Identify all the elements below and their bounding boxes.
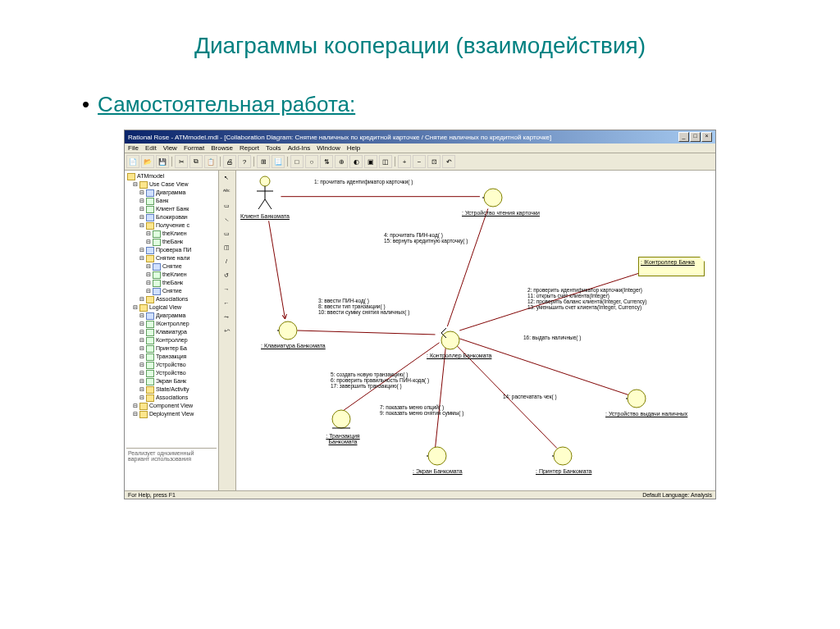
tree-item[interactable]: ⊟ Экран Банк — [126, 377, 217, 385]
tree-item[interactable]: ⊟ Банк — [126, 197, 217, 205]
save-icon[interactable]: 💾 — [156, 155, 169, 168]
tree-item[interactable]: ⊟ Associations — [126, 295, 217, 303]
object-transaction[interactable] — [331, 408, 352, 435]
workspace: ATMmodel⊟ Use Case View⊟ Диаграмма⊟ Банк… — [125, 171, 715, 490]
tree-item[interactable]: ⊟ Устройство — [126, 369, 217, 377]
object-card-reader[interactable] — [482, 187, 504, 210]
tree-item[interactable]: ⊟ IКонтроллер — [126, 320, 217, 328]
menu-edit[interactable]: Edit — [145, 144, 157, 152]
object-tool-icon[interactable]: ▭ — [220, 228, 233, 241]
actor-client[interactable] — [253, 175, 277, 213]
tree-item[interactable]: ⊟ Принтер Ба — [126, 344, 217, 353]
tree-item[interactable]: ⊟ theКлиен — [126, 230, 217, 238]
svg-point-14 — [484, 189, 502, 207]
message-tool-icon[interactable]: → — [220, 284, 233, 297]
object-screen[interactable] — [427, 445, 448, 468]
maximize-button[interactable]: □ — [690, 132, 701, 142]
tree-item[interactable]: ⊟ Use Case View — [126, 180, 217, 189]
tree-item[interactable]: ⊟ State/Activity — [126, 385, 217, 394]
tree-item[interactable]: ⊟ Блокирован — [126, 213, 217, 221]
transaction-label: : Транзакция Банкомата — [318, 433, 368, 444]
new-icon[interactable]: 📄 — [126, 155, 139, 168]
collab-diagram-icon[interactable]: ⊕ — [335, 155, 348, 168]
menu-file[interactable]: File — [128, 144, 139, 152]
tree-item[interactable]: ⊟ Снятие — [126, 287, 217, 295]
menu-window[interactable]: Window — [317, 144, 340, 152]
browser-tree[interactable]: ATMmodel⊟ Use Case View⊟ Диаграмма⊟ Банк… — [125, 171, 219, 490]
tree-item[interactable]: ⊟ Associations — [126, 394, 217, 402]
tree-item[interactable]: ⊟ Диаграмма — [126, 312, 217, 320]
menu-help[interactable]: Help — [347, 144, 360, 152]
deploy-diagram-icon[interactable]: ◫ — [379, 155, 392, 168]
tree-item[interactable]: ⊟ Проверка ПИ — [126, 246, 217, 254]
pointer-tool-icon[interactable]: ↖ — [220, 172, 233, 185]
browse-icon[interactable]: ⊞ — [257, 155, 270, 168]
menu-addins[interactable]: Add-Ins — [288, 144, 311, 152]
component-diagram-icon[interactable]: ▣ — [364, 155, 377, 168]
svg-line-2 — [269, 221, 285, 318]
help-icon[interactable]: ? — [238, 155, 251, 168]
data-flow-tool-icon[interactable]: ⤳ — [220, 312, 233, 325]
svg-point-9 — [260, 176, 270, 186]
object-bank-interface[interactable]: : IКонтроллер Банка — [638, 257, 705, 276]
tree-item[interactable]: ⊟ Контроллер — [126, 336, 217, 344]
tree-item[interactable]: ⊟ Получение с — [126, 221, 217, 230]
statusbar: For Help, press F1 Default Language: Ana… — [125, 490, 715, 499]
tree-root-item[interactable]: ATMmodel — [126, 172, 217, 180]
tree-item[interactable]: ⊟ Устройство — [126, 361, 217, 369]
menu-report[interactable]: Report — [240, 144, 259, 152]
close-button[interactable]: × — [701, 132, 712, 142]
paste-icon[interactable]: 📋 — [204, 155, 217, 168]
note-tool-icon[interactable]: ▭ — [220, 200, 233, 213]
link-self-tool-icon[interactable]: ↺ — [220, 270, 233, 283]
rational-rose-window: Rational Rose - ATMmodel.mdl - [Collabor… — [124, 130, 716, 499]
menu-view[interactable]: View — [163, 144, 177, 152]
object-printer[interactable] — [552, 445, 573, 468]
reverse-message-tool-icon[interactable]: ← — [220, 298, 233, 311]
anchor-tool-icon[interactable]: ⟍ — [220, 214, 233, 227]
tree-item[interactable]: ⊟ Component View — [126, 402, 217, 410]
link-tool-icon[interactable]: / — [220, 256, 233, 269]
sequence-diagram-icon[interactable]: ⇅ — [320, 155, 333, 168]
diagram-canvas[interactable]: Клиент Банкомата : Устройство чтения кар… — [236, 171, 715, 490]
print-icon[interactable]: 🖨 — [223, 155, 236, 168]
card-reader-label: : Устройство чтения карточки — [462, 210, 540, 216]
tree-item[interactable]: ⊟ theКлиен — [126, 271, 217, 279]
zoom-out-icon[interactable]: − — [413, 155, 426, 168]
tree-item[interactable]: ⊟ theБанк — [126, 238, 217, 246]
svg-line-12 — [258, 199, 265, 209]
tree-item[interactable]: ⊟ Транзакция — [126, 353, 217, 361]
tree-item[interactable]: ⊟ Диаграмма — [126, 189, 217, 197]
tree-item[interactable]: ⊟ Снятие — [126, 262, 217, 271]
usecase-diagram-icon[interactable]: ○ — [305, 155, 318, 168]
menu-format[interactable]: Format — [184, 144, 204, 152]
menu-tools[interactable]: Tools — [266, 144, 281, 152]
fit-icon[interactable]: ⊡ — [427, 155, 441, 168]
tree-item[interactable]: ⊟ theБанк — [126, 279, 217, 287]
open-icon[interactable]: 📂 — [141, 155, 154, 168]
menubar: File Edit View Format Browse Report Tool… — [125, 144, 715, 153]
zoom-in-icon[interactable]: + — [398, 155, 411, 168]
tree-item[interactable]: ⊟ Клавиатура — [126, 328, 217, 336]
minimize-button[interactable]: _ — [678, 132, 689, 142]
tree-item[interactable]: ⊟ Logical View — [126, 303, 217, 312]
message-5-6-17: 5: создать новую транзакцию( ) 6: провер… — [331, 371, 429, 389]
object-controller[interactable] — [440, 326, 461, 353]
copy-icon[interactable]: ⧉ — [189, 155, 203, 168]
reverse-data-flow-tool-icon[interactable]: ⬿ — [220, 326, 233, 339]
state-diagram-icon[interactable]: ◐ — [349, 155, 363, 168]
class-diagram-icon[interactable]: □ — [290, 155, 304, 168]
doc-icon[interactable]: 📃 — [272, 155, 285, 168]
tree-item[interactable]: ⊟ Deployment View — [126, 410, 217, 418]
bank-interface-label: : IКонтроллер Банка — [641, 259, 695, 265]
text-tool-icon[interactable]: ᴬᴮᶜ — [220, 186, 233, 199]
class-instance-tool-icon[interactable]: ◫ — [220, 242, 233, 255]
object-keyboard[interactable] — [277, 320, 299, 343]
object-cash-dispenser[interactable] — [626, 388, 647, 411]
menu-browse[interactable]: Browse — [211, 144, 233, 152]
documentation-panel[interactable]: Реализует одноименный вариант использова… — [126, 448, 217, 489]
cut-icon[interactable]: ✂ — [175, 155, 188, 168]
tree-item[interactable]: ⊟ Снятие нали — [126, 254, 217, 262]
tree-item[interactable]: ⊟ Клиент Банк — [126, 205, 217, 213]
undo-icon[interactable]: ↶ — [442, 155, 455, 168]
